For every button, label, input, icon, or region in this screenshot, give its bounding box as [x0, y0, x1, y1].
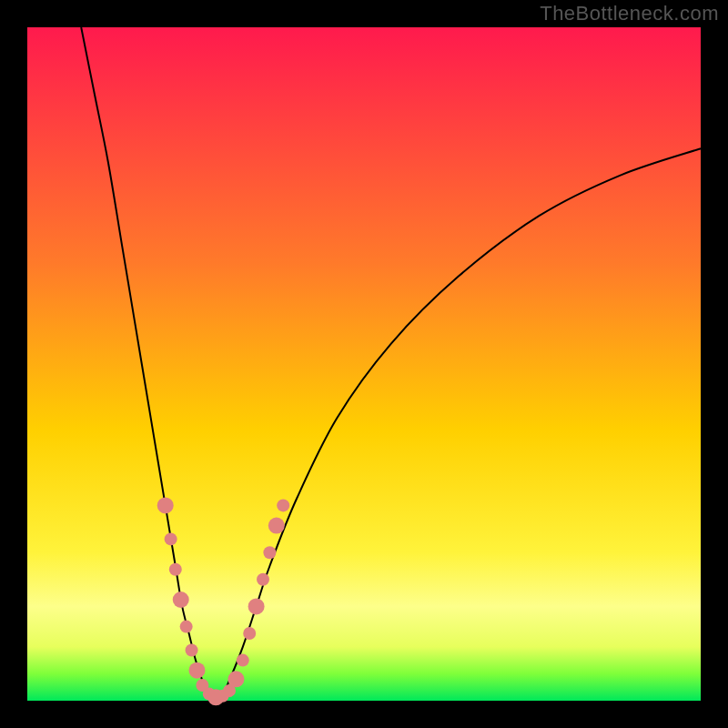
data-marker [165, 532, 177, 545]
chart-canvas [0, 0, 728, 728]
plot-background [27, 27, 701, 701]
data-marker [173, 592, 189, 608]
data-marker [186, 644, 198, 657]
data-marker [169, 563, 182, 576]
data-marker [248, 598, 265, 614]
data-marker [228, 671, 244, 687]
data-marker [277, 499, 289, 511]
data-marker [263, 546, 276, 559]
data-marker [180, 621, 193, 633]
data-marker [243, 627, 256, 640]
watermark-text: TheBottleneck.com [540, 2, 719, 25]
data-marker [237, 654, 249, 667]
data-marker [268, 518, 285, 534]
data-marker [257, 573, 269, 586]
data-marker [188, 662, 205, 679]
data-marker [157, 497, 174, 513]
chart-frame: TheBottleneck.com [0, 0, 728, 728]
